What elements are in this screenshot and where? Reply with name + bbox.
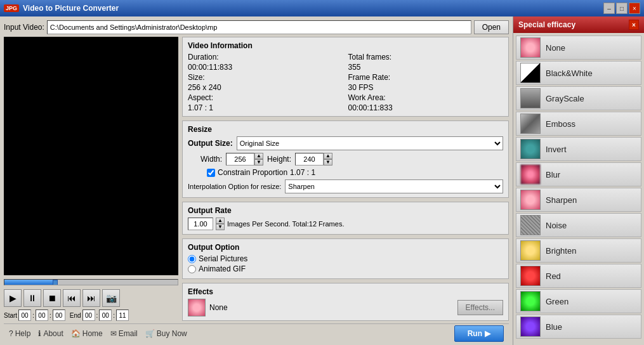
video-info-section: Video Information Duration: Total frames… [182, 37, 509, 117]
end-minutes[interactable] [99, 309, 112, 321]
efficacy-label-bw: Black&White [546, 68, 593, 78]
close-button[interactable]: × [629, 3, 640, 14]
efficacy-item-blur[interactable]: Blur [516, 162, 641, 186]
efficacy-item-emboss[interactable]: Emboss [516, 112, 641, 136]
progress-bar-container[interactable] [4, 278, 178, 287]
video-panel: ▶ ⏸ ⏹ ⏮ ⏭ 📷 Start : : End [4, 37, 178, 321]
about-icon: ℹ [38, 329, 41, 338]
title-bar: JPG Video to Picture Converter – □ × [0, 0, 644, 16]
buy-label: Buy Now [157, 329, 187, 338]
efficacy-list: NoneBlack&WhiteGrayScaleEmbossInvertBlur… [513, 33, 644, 345]
efficacy-item-green[interactable]: Green [516, 289, 641, 313]
efficacy-label-grayscale: GrayScale [546, 94, 584, 103]
interp-select[interactable]: Sharpen Linear Bilinear Box [285, 179, 503, 193]
animated-gif-label: Animated GIF [199, 264, 246, 273]
efficacy-close-button[interactable]: × [629, 20, 639, 30]
start-seconds[interactable] [53, 309, 65, 321]
width-height-row: Width: ▲ ▼ Height: ▲ [188, 153, 503, 166]
video-preview [4, 37, 178, 275]
progress-track[interactable] [4, 279, 178, 285]
open-button[interactable]: Open [474, 20, 509, 34]
animated-gif-radio[interactable] [188, 265, 196, 273]
resize-title: Resize [188, 125, 503, 134]
width-down[interactable]: ▼ [254, 159, 263, 166]
play-button[interactable]: ▶ [4, 289, 22, 307]
efficacy-item-brighten[interactable]: Brighten [516, 238, 641, 263]
efficacy-item-red[interactable]: Red [516, 264, 641, 288]
duration-value: 00:00:11:833 [188, 63, 343, 72]
efficacy-panel: Special efficacy × NoneBlack&WhiteGraySc… [513, 16, 644, 345]
stop-button[interactable]: ⏹ [43, 289, 61, 307]
efficacy-label-none: None [546, 43, 565, 53]
efficacy-label-blur: Blur [546, 170, 560, 179]
current-effect-name: None [209, 303, 454, 312]
output-size-label: Output Size: [188, 139, 233, 148]
width-up[interactable]: ▲ [254, 153, 263, 159]
height-down[interactable]: ▼ [324, 159, 332, 166]
serial-pictures-row: Serial Pictures [188, 254, 503, 263]
effects-button[interactable]: Effects... [457, 300, 503, 315]
minimize-button[interactable]: – [603, 3, 615, 14]
efficacy-thumb-grayscale [520, 88, 541, 108]
rate-input[interactable] [188, 218, 213, 230]
efficacy-thumb-noise [520, 215, 541, 235]
efficacy-item-blue[interactable]: Blue [516, 315, 641, 339]
width-spinner[interactable]: ▲ ▼ [254, 153, 263, 166]
home-link[interactable]: 🏠 Home [71, 329, 103, 338]
email-icon: ✉ [110, 329, 117, 338]
efficacy-item-none[interactable]: None [516, 36, 641, 60]
maximize-button[interactable]: □ [616, 3, 628, 14]
efficacy-label-brighten: Brighten [546, 246, 576, 256]
rate-spinner[interactable]: ▲ ▼ [216, 218, 225, 230]
output-size-select[interactable]: Original Size Custom [237, 136, 503, 150]
progress-thumb [53, 280, 58, 285]
snapshot-button[interactable]: 📷 [102, 289, 120, 307]
next-frame-button[interactable]: ⏭ [82, 289, 100, 307]
run-button[interactable]: Run ▶ [454, 325, 504, 342]
efficacy-item-sharpen[interactable]: Sharpen [516, 188, 641, 212]
input-path[interactable] [47, 20, 471, 34]
buy-link[interactable]: 🛒 Buy Now [145, 329, 187, 338]
start-hours[interactable] [18, 309, 31, 321]
output-size-row: Output Size: Original Size Custom [188, 136, 503, 150]
content-row: ▶ ⏸ ⏹ ⏮ ⏭ 📷 Start : : End [4, 37, 509, 321]
efficacy-item-grayscale[interactable]: GrayScale [516, 86, 641, 110]
app-title: Video to Picture Converter [23, 4, 603, 13]
constrain-label: Constrain Proportion [218, 168, 287, 177]
info-panel: Video Information Duration: Total frames… [182, 37, 509, 321]
start-label: Start [4, 312, 17, 319]
start-minutes[interactable] [36, 309, 48, 321]
height-spinner[interactable]: ▲ ▼ [324, 153, 332, 166]
efficacy-thumb-none [520, 37, 541, 58]
prev-frame-button[interactable]: ⏮ [63, 289, 81, 307]
rate-down[interactable]: ▼ [216, 224, 225, 230]
rate-up[interactable]: ▲ [216, 218, 225, 224]
time-fields: Start : : End : : [4, 309, 178, 321]
height-input-group: ▲ ▼ [295, 153, 332, 166]
interp-label: Interpolation Option for resize: [188, 183, 281, 190]
height-up[interactable]: ▲ [324, 153, 332, 159]
size-value: 256 x 240 [188, 83, 343, 92]
help-link[interactable]: ? Help [9, 329, 30, 338]
email-link[interactable]: ✉ Email [110, 329, 138, 338]
efficacy-item-bw[interactable]: Black&White [516, 61, 641, 85]
serial-pictures-radio[interactable] [188, 255, 196, 263]
constrain-checkbox[interactable] [207, 169, 215, 177]
buy-icon: 🛒 [145, 329, 155, 338]
about-label: About [43, 329, 63, 338]
efficacy-thumb-green [520, 291, 541, 311]
pause-button[interactable]: ⏸ [23, 289, 41, 307]
efficacy-label-emboss: Emboss [546, 119, 575, 129]
height-input[interactable] [295, 153, 324, 166]
end-hours[interactable] [82, 309, 95, 321]
width-input[interactable] [226, 153, 254, 166]
frame-rate-value: 30 FPS [348, 83, 504, 92]
output-rate-title: Output Rate [188, 206, 503, 215]
work-area-label: Work Area: [348, 93, 504, 102]
efficacy-item-noise[interactable]: Noise [516, 213, 641, 237]
end-seconds[interactable] [116, 309, 129, 321]
progress-fill [4, 280, 56, 285]
efficacy-item-invert[interactable]: Invert [516, 137, 641, 161]
about-link[interactable]: ℹ About [38, 329, 63, 338]
constrain-row: Constrain Proportion 1.07 : 1 [188, 168, 503, 177]
